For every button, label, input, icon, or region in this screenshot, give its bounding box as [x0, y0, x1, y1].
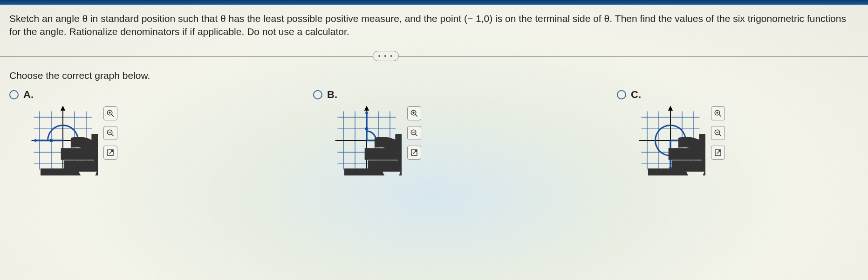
option-b-label: B.	[327, 89, 337, 101]
question-text: Sketch an angle θ in standard position s…	[0, 5, 868, 43]
expand-button[interactable]	[407, 146, 421, 160]
option-b-header[interactable]: B.	[313, 89, 421, 101]
zoom-out-button[interactable]	[407, 126, 421, 140]
graph-b: y x 2 2 -2 -2	[332, 105, 402, 175]
svg-text:-2: -2	[662, 105, 705, 175]
instruction-text: Choose the correct graph below.	[0, 65, 868, 89]
zoom-out-icon	[714, 129, 722, 137]
zoom-in-icon	[106, 109, 115, 118]
divider-wrap: • • •	[0, 56, 868, 57]
expand-button[interactable]	[103, 146, 117, 160]
zoom-out-icon	[106, 129, 115, 137]
section-divider	[0, 56, 868, 57]
radio-a[interactable]	[9, 90, 19, 99]
ellipsis-icon: • • •	[378, 52, 393, 60]
zoom-in-button[interactable]	[407, 106, 421, 120]
svg-line-26	[111, 134, 114, 136]
collapse-button[interactable]: • • •	[373, 51, 399, 61]
zoom-in-icon	[410, 109, 418, 118]
svg-line-55	[415, 114, 417, 117]
svg-text:-2: -2	[54, 105, 98, 175]
svg-line-88	[719, 114, 721, 117]
option-c: C.	[617, 89, 725, 175]
graph-b-controls	[407, 105, 421, 160]
radio-c[interactable]	[617, 90, 626, 99]
zoom-in-button[interactable]	[711, 106, 725, 120]
option-b: B.	[313, 89, 421, 175]
expand-icon	[410, 148, 418, 157]
option-a: A.	[9, 89, 117, 175]
option-c-label: C.	[631, 89, 641, 101]
zoom-in-button[interactable]	[103, 106, 117, 120]
zoom-in-icon	[714, 109, 722, 118]
option-a-header[interactable]: A.	[9, 89, 117, 101]
graph-a-controls	[103, 105, 117, 160]
radio-b[interactable]	[313, 90, 322, 99]
graph-a: y x 2 2 -2 -2	[28, 105, 98, 175]
option-c-header[interactable]: C.	[617, 89, 725, 101]
options-row: A.	[0, 89, 868, 175]
zoom-out-button[interactable]	[103, 126, 117, 140]
expand-icon	[106, 148, 115, 157]
option-a-label: A.	[23, 89, 34, 101]
zoom-out-icon	[410, 129, 418, 137]
svg-line-92	[719, 134, 721, 136]
graph-c-controls	[711, 105, 725, 160]
svg-line-59	[415, 134, 417, 136]
expand-button[interactable]	[711, 146, 725, 160]
window-top-bar	[0, 0, 868, 5]
expand-icon	[714, 148, 722, 157]
graph-c: y x 2 2 -2 -2	[636, 105, 705, 175]
zoom-out-button[interactable]	[711, 126, 725, 140]
svg-line-22	[111, 114, 114, 117]
svg-text:-2: -2	[358, 105, 402, 175]
